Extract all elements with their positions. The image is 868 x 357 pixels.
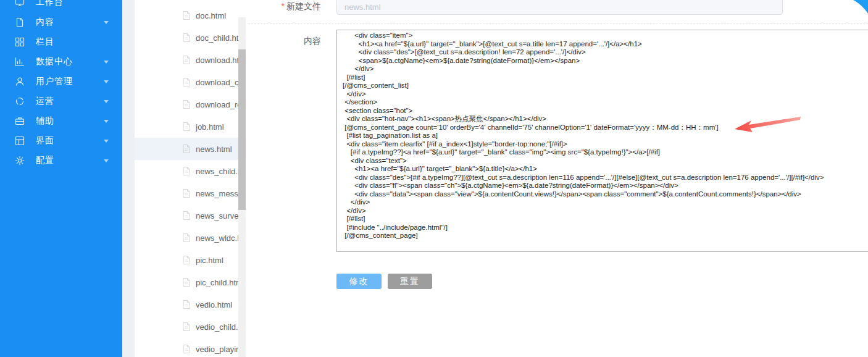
- file-item-download[interactable]: download.ht: [135, 49, 238, 71]
- file-item-news-child[interactable]: news_child.h: [135, 160, 238, 182]
- file-item-news-survey[interactable]: news_survey: [135, 204, 238, 227]
- file-icon: [182, 77, 191, 87]
- sidebar-item-configuration[interactable]: 配置: [0, 151, 122, 170]
- file-icon: [182, 122, 191, 132]
- layout-icon: [15, 136, 25, 146]
- sidebar: 工作台 内容 栏目 数据中心: [0, 0, 122, 357]
- file-icon: [182, 99, 191, 109]
- file-icon: [182, 188, 191, 198]
- template-code-editor[interactable]: <div class="item"> <h1><a href="${a.url}…: [336, 30, 868, 252]
- form-section-divider: [248, 23, 868, 24]
- file-item-job[interactable]: job.html: [135, 116, 238, 138]
- file-name: download_cl: [196, 78, 238, 87]
- file-tree-panel: doc.html doc_child.ht download.ht downlo…: [135, 0, 247, 357]
- file-icon: [182, 344, 191, 354]
- sidebar-item-label: 辅助: [36, 116, 104, 127]
- sidebar-item-label: 配置: [36, 155, 104, 166]
- sidebar-item-auxiliary[interactable]: 辅助: [0, 111, 122, 131]
- file-icon: [182, 233, 191, 243]
- file-icon: [182, 10, 191, 20]
- required-asterisk: *: [282, 1, 285, 11]
- file-item-download-child[interactable]: download_cl: [135, 71, 238, 93]
- sidebar-item-columns[interactable]: 栏目: [0, 32, 122, 52]
- file-icon: [182, 166, 191, 176]
- file-item-vedio[interactable]: vedio.html: [135, 293, 238, 316]
- new-file-input[interactable]: [336, 0, 783, 15]
- file-name: job.html: [196, 122, 224, 132]
- chevron-down-icon: [104, 21, 109, 24]
- chevron-down-icon: [104, 100, 109, 103]
- file-icon: [182, 144, 191, 154]
- file-item-vedio-child[interactable]: vedio_child.h: [135, 316, 238, 338]
- sidebar-item-label: 用户管理: [36, 76, 104, 87]
- content-label: 内容: [247, 36, 321, 47]
- file-name: news.html: [196, 145, 232, 154]
- file-name: news_survey: [196, 211, 238, 220]
- file-item-doc[interactable]: doc.html: [135, 4, 238, 27]
- sidebar-item-interface[interactable]: 界面: [0, 131, 122, 151]
- file-name: doc_child.ht: [196, 33, 238, 43]
- modify-button[interactable]: 修改: [336, 274, 382, 289]
- template-editor-page: 工作台 内容 栏目 数据中心: [0, 0, 868, 357]
- file-item-news-selected[interactable]: news.html: [135, 138, 238, 160]
- grid-icon: [15, 37, 25, 47]
- file-name: download_re: [196, 100, 238, 109]
- operation-icon: [15, 96, 25, 106]
- sidebar-item-label: 运营: [36, 96, 104, 107]
- reset-button[interactable]: 重置: [388, 274, 432, 289]
- sidebar-item-operations[interactable]: 运营: [0, 91, 122, 111]
- file-item-news-message[interactable]: news_messa: [135, 182, 238, 204]
- sidebar-item-workbench[interactable]: 工作台: [0, 0, 122, 12]
- file-name: vedio_playin: [196, 345, 238, 354]
- file-name: pic_child.htm: [196, 278, 238, 287]
- file-item-doc-child[interactable]: doc_child.ht: [135, 27, 238, 49]
- file-icon: [182, 277, 191, 287]
- chart-icon: [15, 57, 25, 67]
- chevron-down-icon: [104, 159, 109, 162]
- toolbox-icon: [15, 116, 25, 126]
- chevron-down-icon: [104, 80, 109, 83]
- file-item-pic[interactable]: pic.html: [135, 249, 238, 271]
- file-name: news_wldc.h: [196, 233, 238, 243]
- new-file-label: *新建文件: [247, 1, 321, 12]
- sidebar-item-label: 数据中心: [36, 56, 104, 67]
- file-list: doc.html doc_child.ht download.ht downlo…: [135, 4, 238, 357]
- file-icon: [182, 211, 191, 220]
- document-icon: [15, 17, 25, 27]
- file-list-scrollbar-thumb[interactable]: [238, 49, 246, 210]
- sidebar-item-label: 工作台: [36, 0, 104, 8]
- sidebar-menu: 工作台 内容 栏目 数据中心: [0, 0, 122, 170]
- file-item-pic-child[interactable]: pic_child.htm: [135, 271, 238, 293]
- monitor-icon: [15, 0, 25, 7]
- file-icon: [182, 255, 191, 265]
- file-item-download-re[interactable]: download_re: [135, 93, 238, 116]
- file-icon: [182, 322, 191, 332]
- file-name: vedio.html: [196, 300, 232, 309]
- sidebar-item-user-management[interactable]: 用户管理: [0, 72, 122, 91]
- file-icon: [182, 33, 191, 43]
- template-edit-form: *新建文件 内容 <div class="item"> <h1><a href=…: [247, 0, 868, 357]
- chevron-down-icon: [104, 140, 109, 143]
- sidebar-item-data-center[interactable]: 数据中心: [0, 52, 122, 72]
- sidebar-item-label: 栏目: [36, 36, 104, 48]
- chevron-down-icon: [104, 120, 109, 123]
- file-name: vedio_child.h: [196, 322, 238, 332]
- file-icon: [182, 55, 191, 65]
- file-name: download.ht: [196, 56, 238, 65]
- file-item-news-wldc[interactable]: news_wldc.h: [135, 227, 238, 249]
- chevron-down-icon: [104, 61, 109, 64]
- user-icon: [15, 77, 25, 86]
- file-name: pic.html: [196, 256, 223, 265]
- gear-icon: [15, 156, 25, 166]
- template-code: <div class="item"> <h1><a href="${a.url}…: [337, 30, 868, 240]
- sidebar-item-label: 内容: [36, 17, 104, 28]
- corner-bird-glyph: [853, 0, 868, 14]
- sidebar-gutter: [122, 0, 135, 357]
- sidebar-item-content[interactable]: 内容: [0, 12, 122, 32]
- file-name: doc.html: [196, 11, 226, 20]
- file-icon: [182, 300, 191, 309]
- file-item-vedio-playing[interactable]: vedio_playin: [135, 338, 238, 357]
- file-name: news_messa: [196, 189, 238, 198]
- sidebar-item-label: 界面: [36, 135, 104, 146]
- file-name: news_child.h: [196, 167, 238, 176]
